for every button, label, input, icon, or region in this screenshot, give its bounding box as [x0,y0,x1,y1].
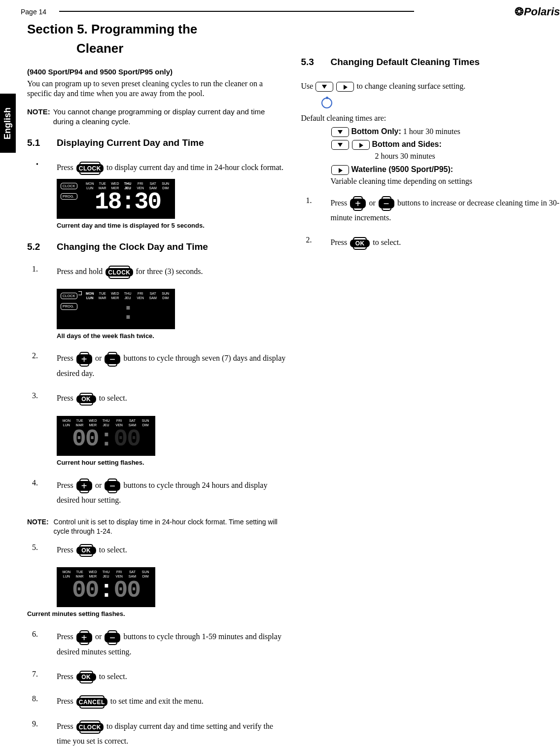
model-subtitle: (9400 Sport/P94 and 9500 Sport/P95 only) [27,67,286,77]
heading-5-2: 5.2Changing the Clock Day and Time [27,241,286,253]
text: Press [57,546,75,554]
note-1: NOTE: You cannot change programming or d… [27,107,286,126]
default-bottom-only: Bottom Only: 1 hour 30 minutes [331,126,560,137]
text: Press [57,722,75,730]
prog-indicator: PROG. [61,303,77,309]
intro-paragraph: You can program up to seven preset clean… [27,79,286,100]
cancel-button-icon: CANCEL [76,698,107,706]
header-rule [59,11,414,12]
step-5-1-bullet: • Press CLOCK to display current day and… [27,160,286,175]
time-display: 18:30 [84,190,171,214]
text: Press [57,354,75,362]
text: Press [57,163,75,171]
lcd-display-5: MONTUEWEDTHUFRISATSUN LUNMARMERJEUVENSAM… [57,567,155,607]
text: Press [331,199,350,207]
clock-indicator: CLOCK [61,293,77,299]
note-2: NOTE: Control unit is set to display tim… [27,517,286,535]
heading-text: Changing Default Cleaning Times [331,57,480,67]
caption-5: Current minutes setting flashes. [27,610,286,618]
text: or [95,481,104,489]
text: to select. [373,238,401,246]
minus-button-icon: − [105,633,120,643]
value: 1 hour 30 minutes [401,127,460,136]
minus-button-icon: − [379,199,394,208]
label: Bottom and Sides: [372,140,442,148]
heading-5-3: 5.3Changing Default Cleaning Times [301,56,560,68]
ok-button-icon: OK [76,546,96,554]
default-waterline: Waterline (9500 Sport/P95): [331,164,560,175]
arrow-down-icon [331,140,349,150]
days-row-en: MONTUEWEDTHUFRISATSUN [84,291,171,296]
note-label: NOTE: [27,517,54,535]
heading-number: 5.3 [301,56,331,68]
page-number: Page 14 [21,7,46,16]
ok-button-icon: OK [350,239,370,247]
prog-indicator: PROG. [61,193,77,200]
text: Press [331,238,350,246]
text: or [95,354,104,362]
text: for three (3) seconds. [136,267,203,275]
minus-button-icon: − [105,354,120,364]
text: to select. [99,394,127,402]
brand-logo: Polaris [515,5,560,19]
step-5-3-1: 1. Press + or − buttons to increase or d… [301,196,560,226]
label: Bottom Only: [351,127,401,136]
title-line1: Section 5. Programming the [27,22,197,36]
text: to select. [99,546,127,554]
heading-5-1: 5.1Displaying Current Day and Time [27,137,286,149]
heading-text: Changing the Clock Day and Time [57,241,208,252]
label: Waterline (9500 Sport/P95): [351,165,454,173]
step-5-2-4: 4. Press + or − buttons to cycle through… [27,478,286,508]
text: or [369,199,377,207]
lcd-display-1: CLOCK PROG. MONTUEWEDTHUFRISATSUN LUNMAR… [57,179,175,219]
text: Press [57,672,75,681]
step-5-2-6: 6. Press + or − buttons to cycle through… [27,629,286,659]
minus-button-icon: − [105,481,120,491]
time-display: 00:00 [61,579,151,602]
language-tab: English [0,94,16,153]
lcd-display-2: CLOCK PROG. MONTUEWEDTHUFRISATSUN LUNMAR… [57,289,175,329]
step-5-2-8: 8. Press CANCEL to set time and exit the… [27,694,286,709]
lcd-display-3: MONTUEWEDTHUFRISATSUN LUNMARMERJEUVENSAM… [57,416,155,456]
step-5-2-5: 5. Press OK to select. [27,543,286,557]
days-row-en: MONTUEWEDTHUFRISATSUN [61,570,151,574]
step-5-2-2: 2. Press + or − buttons to cycle through… [27,351,286,381]
arrow-down-icon [331,127,349,137]
clock-button-icon: CLOCK [105,268,133,276]
text: Press [57,697,75,705]
time-display-blank: : [84,301,171,324]
text: to select. [99,672,127,681]
text: to display current day and time in 24-ho… [106,163,283,171]
text: Press and hold [57,267,105,275]
arrow-down-icon [315,82,333,92]
plus-button-icon: + [76,481,92,491]
plus-button-icon: + [76,354,92,364]
default-bottom-sides: Bottom and Sides: [331,138,560,150]
text: Use [301,82,315,90]
value: 2 hours 30 minutes [375,151,560,162]
note-body: You cannot change programming or display… [53,107,286,126]
arrow-right-icon [331,165,349,175]
step-5-3-2: 2. Press OK to select. [301,235,560,250]
arrow-right-icon [352,140,370,150]
days-row-en: MONTUEWEDTHUFRISATSUN [61,418,151,423]
time-display: 00:00 [61,427,151,451]
text: or [95,632,104,641]
heading-text: Displaying Current Day and Time [57,137,204,148]
text: to set time and exit the menu. [110,697,204,705]
page-body: Section 5. Programming the Cleaner (9400… [27,20,560,749]
clock-button-icon: CLOCK [76,164,104,172]
step-5-2-9: 9. Press CLOCK to display current day an… [27,719,286,749]
defaults-block: Default cleaning times are: Bottom Only:… [301,113,560,186]
defaults-intro: Default cleaning times are: [301,113,560,124]
value: Variable cleaning time depending on sett… [331,176,560,187]
days-row-en: MONTUEWEDTHUFRISATSUN [84,181,171,186]
ok-button-icon: OK [76,395,96,403]
ok-button-icon: OK [76,673,96,681]
arrow-right-icon [336,82,354,92]
step-5-2-3: 3. Press OK to select. [27,391,286,406]
text: Press [57,394,75,402]
step-5-2-1: 1. Press and hold CLOCK for three (3) se… [27,264,286,279]
section-title: Section 5. Programming the Cleaner [27,20,286,58]
caption-2: All days of the week flash twice. [57,332,286,341]
